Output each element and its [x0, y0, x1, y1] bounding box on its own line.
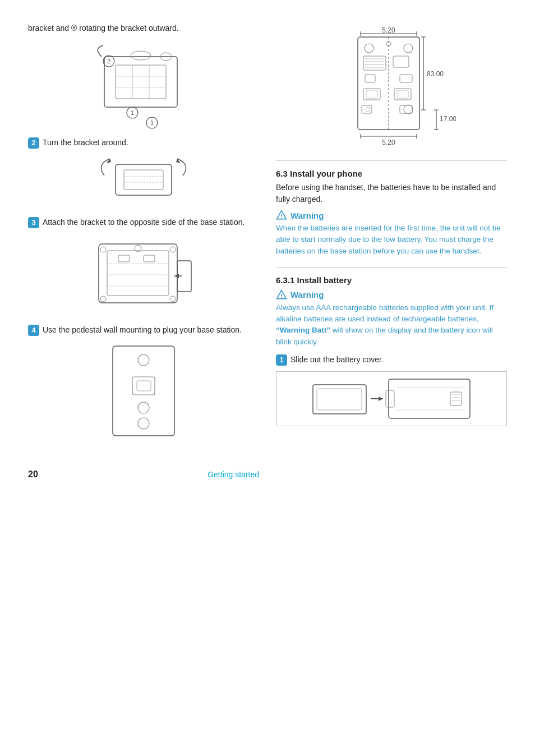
svg-rect-64: [400, 105, 412, 113]
warning-1-block: Warning When the batteries are inserted …: [276, 210, 507, 257]
svg-point-63: [404, 105, 413, 114]
dimension-diagram: 5.20: [276, 27, 507, 150]
warning-2-block: Warning Always use AAA rechargeable batt…: [276, 289, 507, 348]
bracket-turn-diagram: [28, 153, 259, 209]
svg-point-36: [138, 354, 149, 366]
page-number: 20: [28, 469, 38, 480]
svg-text:83.00: 83.00: [427, 70, 444, 78]
step-2-row: 2 Turn the bracket around.: [28, 137, 259, 149]
svg-rect-54: [393, 56, 409, 67]
warning-icon-2: [276, 289, 287, 301]
svg-marker-30: [174, 274, 179, 278]
svg-rect-20: [99, 244, 177, 303]
step-3-num: 3: [28, 217, 39, 228]
warning-2-text: Always use AAA rechargeable batteries su…: [276, 302, 507, 348]
svg-rect-15: [124, 170, 163, 190]
divider-2: [276, 267, 507, 268]
svg-text:5.20: 5.20: [382, 27, 395, 34]
step-2-text: Turn the bracket around.: [43, 137, 128, 149]
warning-2-bold: “Warning Batt”: [276, 326, 330, 334]
svg-rect-38: [137, 381, 151, 391]
warning-2-title: Warning: [276, 289, 507, 301]
step-slide-row: 1 Slide out the battery cover.: [276, 354, 507, 366]
svg-marker-87: [379, 397, 383, 401]
divider-1: [276, 160, 507, 161]
svg-point-79: [281, 218, 282, 219]
svg-point-33: [100, 296, 106, 302]
svg-rect-60: [397, 90, 408, 98]
step-slide-text: Slide out the battery cover.: [290, 354, 384, 366]
bracket-outward-diagram: 2 1 1: [28, 40, 259, 130]
warning-1-label: Warning: [290, 211, 324, 220]
battery-slide-diagram: [276, 371, 507, 426]
warning-2-part1: Always use AAA rechargeable batteries su…: [276, 303, 494, 323]
warning-1-title: Warning: [276, 210, 507, 221]
svg-rect-58: [366, 90, 377, 98]
svg-point-81: [281, 297, 282, 298]
svg-rect-90: [450, 392, 462, 405]
warning-icon-1: [276, 210, 287, 221]
warning-2-label: Warning: [290, 290, 324, 299]
svg-point-32: [170, 247, 176, 252]
svg-point-34: [170, 296, 176, 302]
section-631-title: 6.3.1 Install battery: [276, 275, 507, 285]
svg-rect-1: [116, 65, 166, 99]
svg-text:2: 2: [107, 58, 110, 64]
svg-rect-26: [144, 255, 155, 262]
svg-rect-82: [313, 385, 366, 414]
warning-1-text: When the batteries are inserted for the …: [276, 223, 507, 257]
svg-point-31: [100, 247, 106, 252]
svg-rect-25: [118, 255, 130, 262]
step-2-num: 2: [28, 137, 39, 149]
attach-bracket-diagram: [28, 233, 259, 317]
step-4-num: 4: [28, 325, 39, 336]
step-3-text: Attach the bracket to the opposite side …: [43, 217, 245, 228]
section-63-text: Before using the handset, the batteries …: [276, 182, 507, 205]
svg-rect-56: [400, 75, 412, 82]
svg-point-47: [404, 44, 413, 53]
step-4-row: 4 Use the pedestal wall mounting to plug…: [28, 325, 259, 336]
section-63-title: 6.3 Install your phone: [276, 169, 507, 178]
getting-started-label: Getting started: [207, 470, 259, 479]
svg-point-62: [366, 107, 370, 112]
intro-text: bracket and ® rotating the bracket outwa…: [28, 22, 259, 34]
svg-text:5.20: 5.20: [382, 139, 395, 146]
step-4-text: Use the pedestal wall mounting to plug y…: [43, 325, 242, 336]
svg-point-12: [131, 51, 151, 60]
svg-text:1: 1: [150, 119, 154, 126]
svg-rect-84: [389, 379, 470, 418]
svg-rect-83: [317, 389, 362, 410]
svg-rect-49: [363, 56, 386, 70]
step-3-row: 3 Attach the bracket to the opposite sid…: [28, 217, 259, 228]
svg-point-40: [138, 418, 149, 429]
svg-text:1: 1: [131, 109, 134, 116]
svg-point-39: [138, 402, 149, 413]
footer: 20 Getting started: [28, 453, 259, 480]
svg-rect-55: [365, 75, 375, 82]
svg-rect-21: [107, 251, 169, 296]
svg-text:17.00: 17.00: [440, 115, 456, 123]
svg-point-46: [365, 44, 373, 53]
step-slide-num: 1: [276, 354, 287, 366]
svg-rect-37: [132, 377, 155, 395]
svg-rect-85: [386, 390, 394, 407]
pedestal-diagram: [28, 340, 259, 441]
